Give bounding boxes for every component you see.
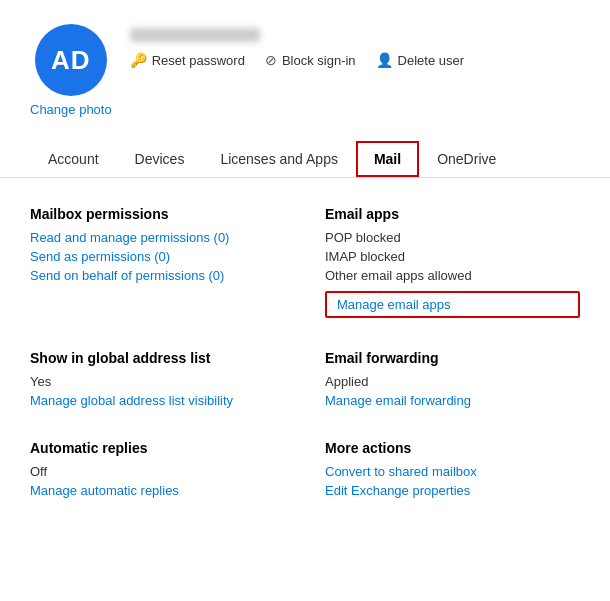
- tab-mail[interactable]: Mail: [356, 141, 419, 177]
- automatic-replies-title: Automatic replies: [30, 440, 285, 456]
- tab-onedrive[interactable]: OneDrive: [419, 141, 514, 177]
- email-forwarding-section: Email forwarding Applied Manage email fo…: [325, 350, 580, 412]
- global-address-section: Show in global address list Yes Manage g…: [30, 350, 285, 412]
- username-blurred: [130, 28, 260, 42]
- automatic-replies-value: Off: [30, 464, 285, 479]
- email-apps-title: Email apps: [325, 206, 580, 222]
- imap-blocked: IMAP blocked: [325, 249, 580, 264]
- tab-devices[interactable]: Devices: [117, 141, 203, 177]
- avatar: AD: [35, 24, 107, 96]
- email-forwarding-value: Applied: [325, 374, 580, 389]
- mailbox-permissions-title: Mailbox permissions: [30, 206, 285, 222]
- actions-row: 🔑 Reset password ⊘ Block sign-in 👤 Delet…: [130, 52, 464, 68]
- change-photo-link[interactable]: Change photo: [30, 102, 112, 117]
- manage-email-apps-link[interactable]: Manage email apps: [325, 291, 580, 318]
- reset-password-button[interactable]: 🔑 Reset password: [130, 52, 245, 68]
- block-sign-in-button[interactable]: ⊘ Block sign-in: [265, 52, 356, 68]
- email-apps-section: Email apps POP blocked IMAP blocked Othe…: [325, 206, 580, 322]
- manage-email-forwarding-link[interactable]: Manage email forwarding: [325, 393, 580, 408]
- email-forwarding-title: Email forwarding: [325, 350, 580, 366]
- global-address-title: Show in global address list: [30, 350, 285, 366]
- delete-user-button[interactable]: 👤 Delete user: [376, 52, 464, 68]
- other-email-apps: Other email apps allowed: [325, 268, 580, 283]
- header: AD Change photo 🔑 Reset password ⊘ Block…: [0, 0, 610, 133]
- edit-exchange-properties-link[interactable]: Edit Exchange properties: [325, 483, 580, 498]
- send-on-behalf-link[interactable]: Send on behalf of permissions (0): [30, 268, 285, 283]
- automatic-replies-section: Automatic replies Off Manage automatic r…: [30, 440, 285, 502]
- tab-licenses-apps[interactable]: Licenses and Apps: [202, 141, 356, 177]
- read-manage-link[interactable]: Read and manage permissions (0): [30, 230, 285, 245]
- manage-automatic-replies-link[interactable]: Manage automatic replies: [30, 483, 285, 498]
- avatar-section: AD Change photo: [30, 24, 112, 117]
- mailbox-permissions-section: Mailbox permissions Read and manage perm…: [30, 206, 285, 322]
- tab-account[interactable]: Account: [30, 141, 117, 177]
- delete-user-icon: 👤: [376, 52, 393, 68]
- more-actions-section: More actions Convert to shared mailbox E…: [325, 440, 580, 502]
- reset-password-icon: 🔑: [130, 52, 147, 68]
- more-actions-title: More actions: [325, 440, 580, 456]
- user-info: 🔑 Reset password ⊘ Block sign-in 👤 Delet…: [130, 24, 464, 68]
- global-address-value: Yes: [30, 374, 285, 389]
- nav-tabs: Account Devices Licenses and Apps Mail O…: [0, 141, 610, 178]
- convert-shared-mailbox-link[interactable]: Convert to shared mailbox: [325, 464, 580, 479]
- send-as-link[interactable]: Send as permissions (0): [30, 249, 285, 264]
- content: Mailbox permissions Read and manage perm…: [0, 178, 610, 530]
- pop-blocked: POP blocked: [325, 230, 580, 245]
- block-sign-in-icon: ⊘: [265, 52, 277, 68]
- manage-global-address-link[interactable]: Manage global address list visibility: [30, 393, 285, 408]
